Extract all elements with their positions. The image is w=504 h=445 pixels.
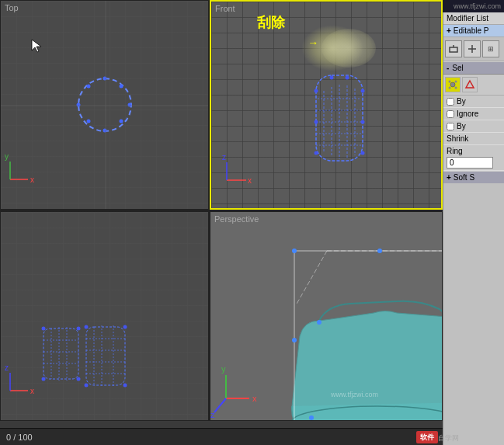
viewport-top[interactable]: x y Top bbox=[0, 0, 210, 210]
toolbar-btn-1[interactable] bbox=[445, 40, 462, 57]
soft-section: + Soft S bbox=[443, 171, 504, 183]
svg-point-85 bbox=[455, 81, 457, 83]
section-sel-header: - Sel bbox=[443, 61, 504, 75]
toolbar-btn-2[interactable] bbox=[464, 40, 481, 57]
svg-point-83 bbox=[450, 82, 455, 87]
toolbar-icons: ⊞ bbox=[443, 37, 504, 61]
shrink-row: Shrink bbox=[443, 133, 504, 145]
editable-poly-label: Editable P bbox=[454, 26, 489, 35]
selection-icons-row bbox=[443, 75, 504, 96]
soft-label: Soft S bbox=[454, 173, 474, 182]
svg-point-84 bbox=[449, 81, 451, 83]
shrink-label: Shrink bbox=[447, 134, 468, 143]
annotation-arrow: → bbox=[308, 37, 318, 49]
svg-point-87 bbox=[455, 87, 457, 89]
ignore-checkbox-row: Ignore bbox=[443, 108, 504, 120]
viewport-label-perspective: Perspective bbox=[214, 214, 259, 224]
watermark: www.tfjzwi.com bbox=[331, 391, 378, 398]
by-label2: By bbox=[457, 122, 466, 130]
by-checkbox1[interactable] bbox=[447, 98, 454, 106]
soft-plus-icon: + bbox=[447, 173, 451, 182]
status-value: 0 / 100 bbox=[6, 433, 33, 442]
by-label1: By bbox=[457, 97, 466, 106]
edge-select-icon[interactable] bbox=[462, 77, 478, 92]
mouse-cursor bbox=[30, 38, 43, 55]
annotation-text: 刮除 bbox=[257, 13, 285, 32]
svg-marker-88 bbox=[466, 81, 474, 88]
expand-icon: + bbox=[447, 26, 451, 35]
viewports-area: EDITABLE P... www.tfjzwi.com bbox=[0, 0, 443, 445]
section-minus-icon: - bbox=[447, 64, 449, 72]
viewport-left[interactable]: x z bbox=[0, 211, 210, 421]
viewport-label-top: Top bbox=[5, 3, 19, 12]
watermark-text: 自学网 bbox=[438, 433, 459, 443]
top-bar-url: www.tfjzwi.com bbox=[454, 2, 501, 10]
viewport-perspective[interactable]: Perspective bbox=[210, 211, 443, 421]
editable-poly-item[interactable]: + Editable P bbox=[443, 25, 504, 37]
by-checkbox-row1: By bbox=[443, 96, 504, 108]
modifier-list-label[interactable]: Modifier List bbox=[443, 12, 504, 25]
right-panel: Capsule01 Modifier List + Editable P bbox=[443, 0, 504, 445]
ring-value-field[interactable]: 0 bbox=[447, 157, 493, 169]
ignore-checkbox[interactable] bbox=[447, 110, 454, 118]
svg-rect-79 bbox=[450, 47, 457, 52]
viewport-label-front: Front bbox=[215, 4, 235, 13]
viewport-front[interactable]: Front 刮除 → bbox=[210, 0, 443, 210]
dust-particles bbox=[322, 29, 376, 68]
main-container: EDITABLE P... www.tfjzwi.com bbox=[0, 0, 504, 445]
svg-point-86 bbox=[449, 87, 451, 89]
watermark-logo: 软件 bbox=[416, 431, 438, 443]
section-sel-label: Sel bbox=[452, 64, 463, 72]
top-viewport-row: x y Top bbox=[0, 0, 443, 210]
bottom-viewport-row: x z Perspective bbox=[0, 210, 443, 419]
by-checkbox2[interactable] bbox=[447, 123, 454, 130]
toolbar-btn-3[interactable]: ⊞ bbox=[482, 40, 499, 57]
ignore-label: Ignore bbox=[457, 110, 478, 118]
by-checkbox-row2: By bbox=[443, 120, 504, 133]
circle-dots bbox=[78, 78, 132, 132]
vertex-select-icon[interactable] bbox=[445, 77, 461, 92]
ring-label: Ring bbox=[447, 147, 501, 155]
ring-row: Ring 0 bbox=[443, 145, 504, 171]
grid-left bbox=[1, 212, 208, 420]
perspective-bg bbox=[210, 212, 442, 420]
status-bar: 0 / 100 软件 自学网 bbox=[0, 428, 443, 445]
